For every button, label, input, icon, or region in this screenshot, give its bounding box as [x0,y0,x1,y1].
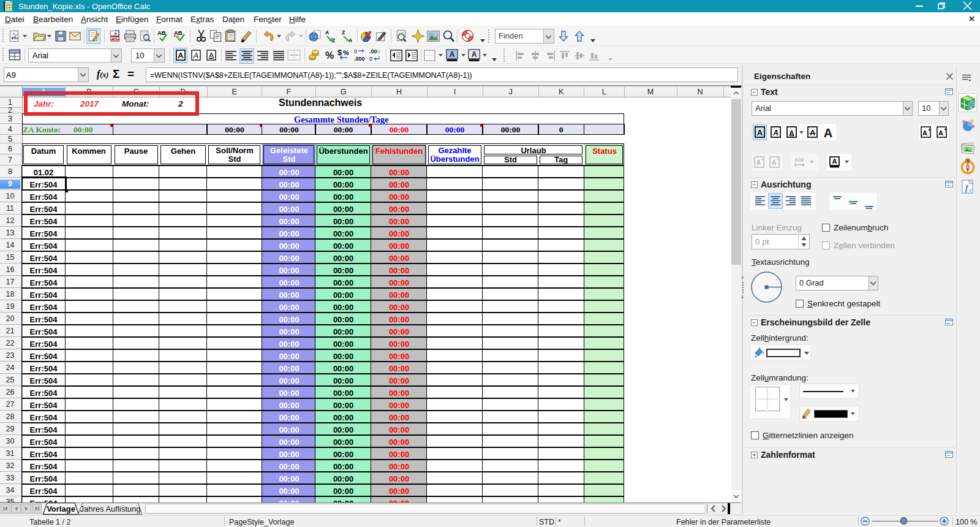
svg-text:%: % [325,50,334,61]
svg-text:A: A [757,128,763,137]
svg-text:A: A [832,157,837,165]
svg-text:AB: AB [174,29,183,36]
svg-text:0: 0 [377,48,380,55]
svg-text:$: $ [337,48,342,57]
svg-text:PDF: PDF [111,36,120,40]
svg-text:A: A [922,129,927,137]
svg-text:0: 0 [369,56,372,62]
svg-text:A: A [325,29,329,36]
svg-text:A: A [938,129,943,137]
svg-text:A\V: A\V [794,156,805,163]
svg-text:A: A [810,129,815,137]
svg-text:A: A [472,50,477,59]
svg-text:N: N [966,159,969,163]
svg-text:A: A [349,37,352,43]
svg-text:A: A [178,51,184,60]
svg-text:A: A [824,126,832,139]
svg-text:.000: .000 [354,56,365,62]
svg-text:A: A [450,50,455,59]
svg-text:A: A [193,51,198,60]
svg-text:AB: AB [157,29,166,36]
svg-text:A: A [772,129,778,137]
svg-text:A: A [756,159,761,166]
svg-text:%: % [343,49,349,56]
svg-text:0: 0 [354,48,357,55]
svg-text:.00: .00 [369,48,377,55]
svg-text:A: A [790,129,794,137]
svg-text:A: A [209,51,214,59]
svg-text:Z: Z [342,29,345,36]
svg-text:x: x [968,187,971,193]
svg-text:A: A [772,159,776,166]
